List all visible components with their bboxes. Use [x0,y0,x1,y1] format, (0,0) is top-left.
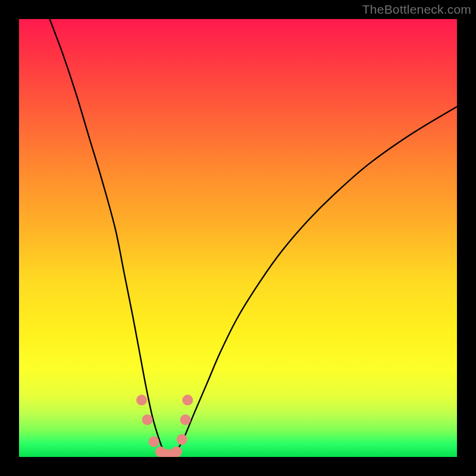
chart-frame: TheBottleneck.com [0,0,476,476]
watermark-text: TheBottleneck.com [362,2,471,17]
curve-svg [19,19,457,457]
marker-cluster [136,394,193,457]
marker-dot [182,394,193,405]
marker-dot [171,446,182,457]
marker-dot [142,414,153,425]
marker-dot [136,394,147,405]
marker-dot [177,434,187,445]
marker-dot [180,414,191,425]
marker-dot [149,436,159,447]
bottleneck-curve [50,19,457,455]
curve-path-group [50,19,457,455]
plot-area [19,19,457,457]
